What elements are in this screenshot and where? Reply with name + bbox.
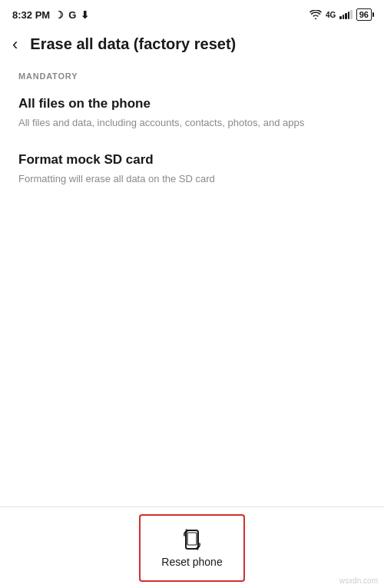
page-title: Erase all data (factory reset) [30, 35, 236, 53]
signal-icon [339, 10, 353, 19]
option-all-files-description: All files and data, including accounts, … [18, 115, 366, 131]
svg-rect-1 [187, 533, 197, 545]
phone-reset-icon [180, 528, 204, 551]
reset-phone-label: Reset phone [161, 556, 222, 568]
option-sd-card-description: Formatting will erase all data on the SD… [18, 171, 366, 187]
section-label-mandatory: MANDATORY [18, 71, 366, 81]
network-type-icon: 4G [326, 11, 336, 19]
page-header: ‹ Erase all data (factory reset) [0, 28, 384, 65]
option-sd-card: Format mock SD card Formatting will eras… [18, 152, 366, 187]
status-right: 4G 96 [310, 8, 372, 21]
moon-icon: ☽ [55, 9, 64, 21]
option-all-files-title: All files on the phone [18, 96, 366, 111]
reset-phone-button[interactable]: Reset phone [139, 514, 245, 582]
time-display: 8:32 PM [12, 9, 50, 21]
watermark: wsxdn.com [339, 576, 378, 585]
google-icon: G [68, 9, 76, 21]
battery-icon: 96 [356, 8, 372, 21]
option-sd-card-title: Format mock SD card [18, 152, 366, 168]
bottom-area: Reset phone [0, 507, 384, 588]
main-content: MANDATORY All files on the phone All fil… [0, 65, 384, 186]
status-bar: 8:32 PM ☽ G ⬇ 4G 96 [0, 0, 384, 28]
status-left: 8:32 PM ☽ G ⬇ [12, 9, 89, 21]
option-all-files: All files on the phone All files and dat… [18, 96, 366, 131]
download-icon: ⬇ [81, 9, 89, 21]
back-button[interactable]: ‹ [12, 36, 18, 53]
wifi-icon [310, 10, 322, 19]
